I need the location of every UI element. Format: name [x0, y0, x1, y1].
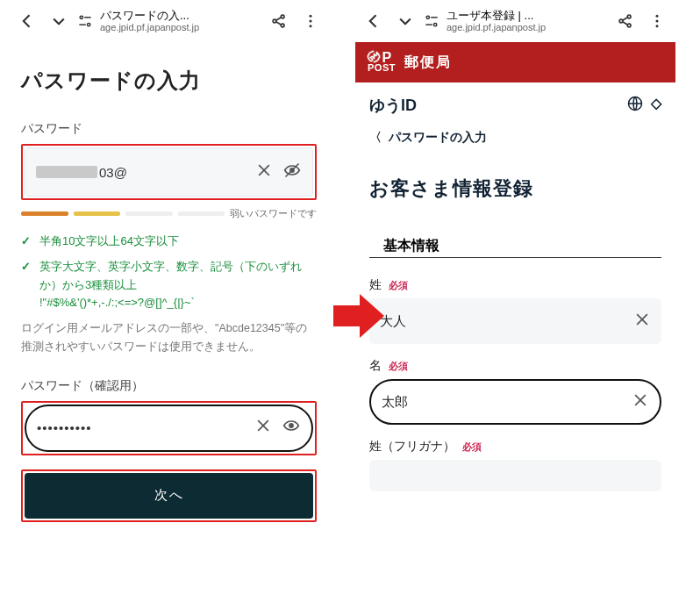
strength-text: 弱いパスワードです [230, 207, 317, 220]
field-label: 名 [369, 358, 382, 374]
screen-user-registration: ユーザ本登録 | ... age.jpid.pf.japanpost.jp 〄P… [355, 0, 675, 616]
svg-point-2 [88, 24, 90, 26]
chevron-left-icon: 〈 [369, 130, 382, 146]
site-settings-icon [75, 6, 95, 36]
url-bar[interactable]: ユーザ本登録 | ... age.jpid.pf.japanpost.jp [422, 6, 609, 36]
svg-point-31 [656, 25, 659, 27]
tab-host: age.jpid.pf.japanpost.jp [100, 22, 199, 32]
password-masked-prefix [36, 166, 97, 178]
back-icon[interactable] [12, 6, 42, 36]
password-note: ログイン用メールアドレスの一部や、"Abcde12345"等の推測されやすいパス… [21, 319, 317, 357]
share-icon[interactable] [264, 6, 294, 36]
screen-password-entry: パスワードの入... age.jpid.pf.japanpost.jp パスワー… [9, 0, 329, 616]
service-name: ゆうID [369, 95, 417, 116]
check-icon: ✓ [21, 258, 31, 312]
sei-kana-input[interactable] [380, 469, 651, 483]
check-icon: ✓ [21, 233, 31, 251]
field-sei: 姓 必須 [355, 272, 675, 353]
svg-point-10 [310, 20, 312, 23]
svg-point-6 [281, 24, 284, 27]
password-rules: ✓半角10文字以上64文字以下 ✓英字大文字、英字小文字、数字、記号（下のいずれ… [21, 233, 317, 312]
svg-point-24 [619, 19, 623, 23]
clear-icon[interactable] [632, 391, 649, 413]
breadcrumb-text: パスワードの入力 [389, 130, 487, 146]
rule-text: 半角10文字以上64文字以下 [39, 233, 179, 251]
page-title: パスワードの入力 [21, 67, 317, 95]
required-badge: 必須 [462, 441, 482, 454]
section-title: お客さま情報登録 [355, 160, 675, 211]
clear-icon[interactable] [254, 161, 274, 183]
password-field-highlight: 03@ [21, 144, 317, 200]
confirm-password-input[interactable] [37, 420, 245, 435]
password-suffix-text: 03@ [99, 165, 127, 180]
svg-point-29 [656, 15, 659, 18]
arrow-right-icon [333, 290, 386, 342]
svg-point-30 [656, 20, 659, 23]
svg-point-4 [273, 19, 276, 23]
confirm-field-highlight [21, 401, 317, 455]
browser-toolbar: パスワードの入... age.jpid.pf.japanpost.jp [9, 0, 329, 42]
confirm-password-field[interactable] [25, 405, 313, 452]
visibility-icon[interactable] [282, 417, 301, 439]
tab-host: age.jpid.pf.japanpost.jp [447, 22, 546, 32]
svg-point-18 [289, 424, 293, 427]
more-icon[interactable] [642, 6, 672, 36]
required-badge: 必須 [389, 360, 408, 373]
jp-post-logo-icon: 〄PPOST [368, 52, 396, 73]
sei-input-wrap[interactable] [369, 298, 661, 344]
clear-icon[interactable] [254, 417, 273, 439]
password-strength: 弱いパスワードです [21, 207, 317, 220]
svg-point-5 [281, 15, 284, 18]
svg-point-20 [426, 16, 429, 18]
share-icon[interactable] [611, 6, 640, 36]
expand-icon[interactable]: ◇ [651, 95, 661, 116]
svg-line-27 [623, 18, 628, 20]
clear-icon[interactable] [633, 311, 651, 333]
url-bar[interactable]: パスワードの入... age.jpid.pf.japanpost.jp [75, 6, 262, 36]
site-settings-icon [422, 6, 441, 36]
sei-input[interactable] [380, 314, 633, 329]
svg-marker-19 [333, 294, 384, 338]
mei-input[interactable] [382, 395, 632, 410]
sub-section-title: 基本情報 [369, 211, 661, 258]
brand-text: 郵便局 [404, 54, 452, 72]
service-bar: ゆうID ◇ [355, 82, 675, 125]
password-label: パスワード [21, 121, 317, 137]
field-sei-kana: 姓（フリガナ） 必須 [355, 433, 675, 500]
password-field[interactable]: 03@ [25, 147, 313, 197]
svg-point-26 [627, 24, 631, 27]
svg-line-7 [276, 18, 282, 20]
field-label: 姓（フリガナ） [369, 439, 455, 455]
svg-point-11 [310, 25, 312, 27]
chevron-down-icon[interactable] [390, 6, 420, 36]
svg-point-0 [80, 16, 82, 18]
sei-kana-input-wrap[interactable] [369, 460, 661, 491]
field-mei: 名 必須 [355, 353, 675, 433]
svg-point-25 [627, 15, 631, 18]
globe-icon[interactable] [626, 95, 644, 116]
jp-post-header: 〄PPOST 郵便局 [355, 42, 675, 82]
breadcrumb[interactable]: 〈 パスワードの入力 [355, 125, 675, 160]
tab-title: ユーザ本登録 | ... [447, 10, 546, 22]
chevron-down-icon[interactable] [44, 6, 74, 36]
tab-title: パスワードの入... [100, 10, 199, 22]
svg-point-22 [434, 24, 437, 26]
browser-toolbar: ユーザ本登録 | ... age.jpid.pf.japanpost.jp [355, 0, 675, 42]
mei-input-wrap[interactable] [369, 379, 661, 425]
next-button-highlight: 次へ [21, 469, 317, 522]
svg-line-8 [276, 22, 282, 25]
visibility-off-icon[interactable] [282, 161, 302, 183]
more-icon[interactable] [296, 6, 325, 36]
svg-point-9 [310, 15, 312, 18]
next-button-label: 次へ [154, 487, 184, 504]
svg-line-28 [623, 22, 628, 25]
confirm-label: パスワード（確認用） [21, 378, 317, 394]
rule-text: 英字大文字、英字小文字、数字、記号（下のいずれか）から3種類以上 !"#$%&'… [39, 258, 317, 312]
next-button[interactable]: 次へ [25, 473, 313, 519]
back-icon[interactable] [359, 6, 389, 36]
required-badge: 必須 [389, 279, 408, 292]
